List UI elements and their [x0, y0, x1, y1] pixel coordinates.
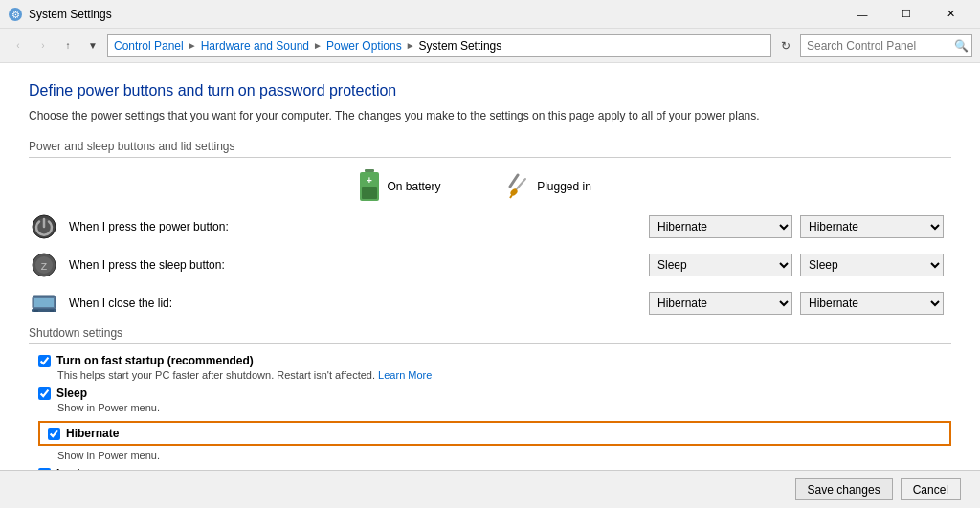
sleep-icon: z [31, 252, 57, 278]
battery-column-header: + On battery [325, 169, 474, 204]
power-button-label: When I press the power button: [69, 220, 649, 233]
pluggedin-column-header: Plugged in [474, 173, 622, 200]
fast-startup-label[interactable]: Turn on fast startup (recommended) [38, 354, 951, 367]
sleep-button-battery-select[interactable]: Do nothing Sleep Hibernate Shut down [649, 254, 792, 276]
svg-rect-16 [34, 298, 54, 307]
hibernate-shutdown-row: Hibernate Show in Power menu. [29, 419, 951, 461]
breadcrumb-sep-1: ► [188, 40, 197, 51]
shutdown-section: Shutdown settings Turn on fast startup (… [29, 326, 951, 494]
breadcrumb: Control Panel ► Hardware and Sound ► Pow… [107, 34, 771, 57]
back-button[interactable]: ‹ [8, 35, 29, 56]
lid-row: When I close the lid: Do nothing Sleep H… [29, 288, 951, 319]
power-icon [31, 213, 57, 240]
page-description: Choose the power settings that you want … [29, 107, 951, 124]
svg-rect-2 [365, 169, 374, 172]
save-changes-button[interactable]: Save changes [795, 478, 893, 500]
window-title: System Settings [29, 8, 112, 21]
hibernate-shutdown-text: Hibernate [66, 427, 119, 440]
cancel-button[interactable]: Cancel [901, 478, 961, 500]
breadcrumb-sep-2: ► [313, 40, 323, 51]
svg-text:⚙: ⚙ [11, 10, 20, 20]
shutdown-section-title: Shutdown settings [29, 326, 951, 344]
power-button-icon [29, 211, 59, 242]
lid-icon [29, 288, 59, 319]
breadcrumb-current: System Settings [419, 39, 502, 53]
up-button[interactable]: ↑ [57, 35, 78, 56]
sleep-shutdown-sub: Show in Power menu. [38, 402, 951, 413]
lid-label: When I close the lid: [69, 297, 649, 310]
svg-text:+: + [368, 175, 373, 186]
maximize-button[interactable]: ☐ [884, 0, 928, 29]
fast-startup-text: Turn on fast startup (recommended) [56, 354, 254, 367]
breadcrumb-power[interactable]: Power Options [326, 39, 402, 53]
svg-line-6 [510, 175, 518, 187]
fast-startup-sub: This helps start your PC faster after sh… [38, 369, 951, 381]
hibernate-shutdown-sub: Show in Power menu. [38, 450, 951, 461]
footer: Save changes Cancel [0, 470, 980, 508]
close-button[interactable]: ✕ [928, 0, 972, 29]
svg-text:z: z [41, 258, 48, 273]
battery-label: On battery [387, 180, 440, 193]
lid-battery-select[interactable]: Do nothing Sleep Hibernate Shut down [649, 292, 792, 315]
recent-button[interactable]: ▼ [82, 35, 103, 56]
breadcrumb-controlpanel[interactable]: Control Panel [114, 39, 184, 53]
power-button-plugged-select[interactable]: Do nothing Sleep Hibernate Shut down [800, 215, 944, 238]
search-input[interactable] [807, 39, 950, 53]
address-bar: ‹ › ↑ ▼ Control Panel ► Hardware and Sou… [0, 29, 980, 63]
power-section-title: Power and sleep buttons and lid settings [29, 140, 951, 158]
hibernate-highlight-box: Hibernate [38, 421, 951, 446]
app-icon: ⚙ [8, 7, 23, 22]
sleep-shutdown-text: Sleep [56, 387, 87, 400]
learn-more-link[interactable]: Learn More [378, 369, 432, 381]
power-button-row: When I press the power button: Do nothin… [29, 211, 951, 242]
breadcrumb-hardware[interactable]: Hardware and Sound [201, 39, 309, 53]
svg-rect-4 [362, 187, 377, 199]
search-box: 🔍 [800, 34, 972, 57]
page-title: Define power buttons and turn on passwor… [29, 82, 951, 99]
fast-startup-row: Turn on fast startup (recommended) This … [29, 354, 951, 381]
minimize-button[interactable]: — [840, 0, 884, 29]
breadcrumb-sep-3: ► [406, 40, 415, 51]
sleep-button-label: When I press the sleep button: [69, 258, 649, 272]
lid-plugged-select[interactable]: Do nothing Sleep Hibernate Shut down [800, 292, 944, 315]
laptop-lid-icon [31, 290, 57, 317]
sleep-shutdown-label[interactable]: Sleep [38, 387, 951, 400]
hibernate-shutdown-label[interactable]: Hibernate [48, 427, 119, 440]
search-icon: 🔍 [954, 39, 969, 53]
fast-startup-checkbox[interactable] [38, 355, 51, 367]
sleep-button-plugged-select[interactable]: Do nothing Sleep Hibernate Shut down [800, 254, 944, 276]
hibernate-shutdown-checkbox[interactable] [48, 428, 60, 440]
window-controls: — ☐ ✕ [840, 0, 972, 29]
forward-button[interactable]: › [33, 35, 54, 56]
pluggedin-label: Plugged in [537, 180, 591, 193]
title-bar: ⚙ System Settings — ☐ ✕ [0, 0, 980, 29]
sleep-button-row: z When I press the sleep button: Do noth… [29, 250, 951, 280]
sleep-shutdown-checkbox[interactable] [38, 387, 51, 400]
content-area: Define power buttons and turn on passwor… [0, 63, 980, 508]
plug-icon [504, 173, 531, 200]
main-content: Define power buttons and turn on passwor… [0, 63, 980, 508]
refresh-button[interactable]: ↻ [775, 35, 796, 56]
battery-icon: + [358, 169, 381, 204]
svg-line-9 [510, 195, 512, 198]
sleep-shutdown-row: Sleep Show in Power menu. [29, 387, 951, 413]
power-button-battery-select[interactable]: Do nothing Sleep Hibernate Shut down [649, 215, 792, 238]
sleep-button-icon: z [29, 250, 59, 280]
